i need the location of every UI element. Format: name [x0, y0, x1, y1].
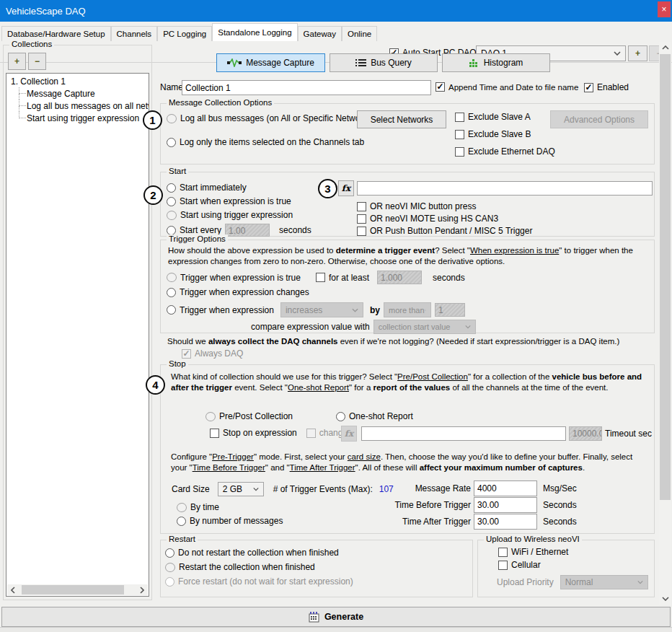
message-rate-unit: Msg/Sec	[543, 483, 577, 493]
restart-when-finished-radio[interactable]	[165, 563, 175, 572]
tree-item-log-all-bus-messages[interactable]: Log all bus messages on all networks	[16, 100, 149, 112]
or-push-button-pendant-checkbox[interactable]	[357, 227, 366, 236]
tree-item-collection-1[interactable]: 1. Collection 1	[6, 74, 149, 87]
message-collection-options-group: Message Collection Options Log all bus m…	[160, 103, 655, 164]
tree-horizontal-scrollbar[interactable]	[7, 584, 148, 595]
trigger-when-expression-radio[interactable]	[167, 305, 176, 315]
for-at-least-seconds-label: seconds	[433, 273, 465, 283]
by-time-label: By time	[190, 502, 219, 512]
exclude-slave-a-checkbox[interactable]	[455, 113, 464, 122]
scroll-right-icon[interactable]	[136, 584, 148, 595]
exclude-ethernet-daq-label: Exclude Ethernet DAQ	[468, 146, 555, 157]
scroll-up-icon[interactable]	[659, 42, 671, 53]
window-title: VehicleScape DAQ	[6, 6, 86, 17]
restart-title: Restart	[167, 535, 198, 543]
message-capture-view-button[interactable]: Message Capture	[216, 53, 325, 72]
for-at-least-checkbox[interactable]	[316, 273, 325, 282]
upload-priority-label: Upload Priority	[497, 577, 554, 587]
tree-item-message-capture[interactable]: Message Capture	[16, 87, 149, 100]
or-neovi-mote-checkbox[interactable]	[357, 214, 366, 224]
chevron-down-icon	[637, 580, 643, 584]
chevron-down-icon	[253, 487, 259, 491]
by-number-of-messages-radio[interactable]	[177, 517, 186, 526]
log-only-channels-label: Log only the items selected on the Chann…	[180, 137, 364, 147]
log-all-bus-messages-label: Log all bus messages (on All or Specific…	[180, 113, 374, 123]
message-capture-view-label: Message Capture	[246, 58, 314, 68]
wifi-ethernet-checkbox[interactable]	[498, 548, 508, 557]
exclude-slave-b-checkbox[interactable]	[455, 130, 464, 139]
chevron-down-icon	[352, 308, 358, 312]
scroll-left-icon[interactable]	[7, 584, 19, 595]
enabled-checkbox[interactable]	[584, 83, 593, 92]
main-scrollbar-thumb[interactable]	[660, 54, 671, 500]
derivative-direction-select: increases	[280, 302, 363, 317]
start-immediately-radio[interactable]	[167, 183, 176, 193]
remove-collection-button[interactable]: −	[28, 53, 46, 70]
fx-icon: fx	[342, 183, 350, 193]
trigger-when-changes-radio[interactable]	[167, 288, 176, 297]
derivative-direction-value: increases	[286, 305, 322, 315]
scroll-down-icon[interactable]	[659, 593, 671, 605]
time-before-trigger-label: Time Before Trigger	[334, 500, 471, 510]
by-time-radio[interactable]	[177, 503, 187, 512]
close-button[interactable]: ×	[658, 1, 671, 17]
tab-database-hardware-setup[interactable]: Database/Hardware Setup	[1, 26, 111, 41]
bus-query-view-button[interactable]: Bus Query	[330, 53, 438, 72]
stop-expression-input[interactable]	[361, 426, 566, 441]
tab-online[interactable]: Online	[342, 26, 377, 41]
time-before-trigger-input[interactable]	[474, 497, 537, 513]
one-shot-report-radio[interactable]	[336, 412, 345, 421]
generate-label: Generate	[324, 612, 363, 622]
stop-on-expression-checkbox[interactable]	[210, 429, 219, 438]
compare-with-select: collection start value	[373, 320, 476, 334]
time-before-trigger-unit: Seconds	[543, 500, 577, 510]
message-rate-input[interactable]	[474, 480, 537, 496]
start-when-expression-radio[interactable]	[167, 197, 176, 206]
main-vertical-scrollbar[interactable]	[659, 42, 671, 605]
always-daq-description: Should we always collect the DAQ channel…	[167, 336, 650, 347]
card-size-select[interactable]: 2 GB	[218, 482, 264, 496]
start-expression-input[interactable]	[357, 181, 653, 196]
tab-standalone-logging[interactable]: Standalone Logging	[212, 23, 297, 41]
start-every-radio[interactable]	[167, 226, 176, 235]
comparison-value: more than	[389, 306, 425, 315]
trigger-when-true-radio[interactable]	[167, 273, 177, 282]
or-neovi-mic-label: OR neoVI MIC button press	[370, 201, 476, 211]
time-after-trigger-unit: Seconds	[543, 517, 577, 527]
upload-priority-select: Normal	[560, 575, 648, 589]
collections-title: Collections	[9, 40, 54, 48]
tab-channels[interactable]: Channels	[111, 26, 158, 41]
stop-expression-builder-button: fx	[341, 426, 357, 442]
advanced-options-label: Advanced Options	[564, 115, 635, 125]
time-after-trigger-input[interactable]	[474, 514, 537, 530]
log-all-bus-messages-radio[interactable]	[167, 114, 177, 123]
trigger-when-changes-label: Trigger when expression changes	[180, 287, 309, 297]
add-daq-button[interactable]: +	[628, 45, 647, 61]
or-neovi-mic-checkbox[interactable]	[357, 202, 366, 211]
or-neovi-mote-label: OR neoVI MOTE using HS CAN3	[370, 214, 498, 224]
enabled-label: Enabled	[597, 82, 629, 92]
tree-item-start-using-trigger[interactable]: Start using trigger expression	[16, 112, 149, 124]
pre-post-collection-radio[interactable]	[205, 412, 216, 421]
log-only-channels-radio[interactable]	[167, 138, 176, 147]
expression-builder-button[interactable]: fx	[338, 180, 354, 196]
add-collection-button[interactable]: +	[8, 53, 26, 70]
tab-pc-logging[interactable]: PC Logging	[157, 26, 212, 41]
tree-scrollbar-thumb[interactable]	[22, 585, 124, 594]
start-using-trigger-radio[interactable]	[167, 211, 177, 220]
pre-post-collection-label: Pre/Post Collection	[219, 411, 293, 421]
append-time-date-checkbox[interactable]	[436, 82, 445, 92]
waveform-icon	[227, 58, 242, 67]
name-input[interactable]	[182, 80, 431, 95]
for-at-least-label: for at least	[329, 273, 369, 283]
select-networks-button[interactable]: Select Networks	[357, 110, 446, 128]
cellular-checkbox[interactable]	[498, 561, 508, 570]
for-at-least-value-field: 1.000	[377, 271, 422, 284]
do-not-restart-radio[interactable]	[165, 548, 174, 558]
start-using-trigger-label: Start using trigger expression	[180, 210, 293, 220]
histogram-view-button[interactable]: Histogram	[442, 53, 550, 72]
generate-button[interactable]: Generate	[1, 607, 671, 627]
vehiclescape-daq-window: VehicleScape DAQ × Database/Hardware Set…	[0, 0, 672, 632]
tab-gateway[interactable]: Gateway	[298, 26, 342, 41]
exclude-ethernet-daq-checkbox[interactable]	[455, 147, 464, 157]
